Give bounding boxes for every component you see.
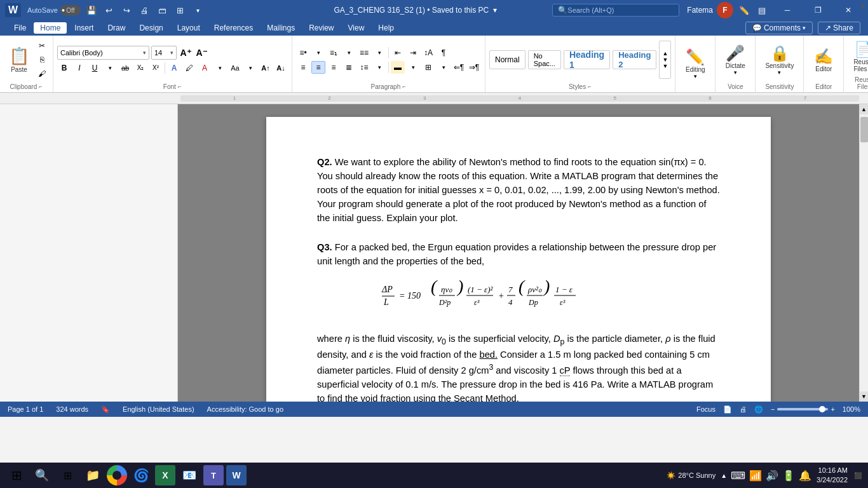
start-button[interactable]: ⊞: [5, 464, 28, 487]
rtl-button[interactable]: ⇐¶: [452, 61, 466, 74]
layout-icon[interactable]: ▤: [755, 3, 769, 17]
style-no-spacing[interactable]: No Spac...: [528, 50, 561, 69]
styles-gallery[interactable]: Normal No Spac... Heading 1 Heading 2 ▲ …: [489, 41, 671, 79]
track-changes-icon[interactable]: 🔖: [101, 405, 110, 414]
strikethrough-button[interactable]: ab: [118, 62, 132, 74]
multilevel-dropdown[interactable]: ▾: [372, 46, 386, 59]
decrease-font-button[interactable]: A⁻: [194, 46, 208, 59]
font-size-dropdown[interactable]: ▾: [170, 50, 173, 56]
minimize-button[interactable]: ─: [773, 0, 802, 20]
vertical-scrollbar[interactable]: ▲ ▼: [859, 104, 868, 402]
view-print-icon[interactable]: 🖨: [740, 405, 747, 413]
battery-icon[interactable]: 🔋: [782, 470, 795, 482]
paragraph-expand[interactable]: ⌐: [402, 83, 406, 90]
weather-widget[interactable]: ☀️ 28°C Sunny: [667, 471, 715, 480]
menu-view[interactable]: View: [342, 22, 371, 34]
document-container[interactable]: Q2. We want to explore the ability of Ne…: [178, 104, 859, 402]
zoom-slider[interactable]: [777, 408, 828, 410]
taskbar-edge[interactable]: 🌀: [130, 464, 153, 487]
subscript-button[interactable]: X₂: [133, 62, 147, 74]
comments-dropdown-icon[interactable]: ▾: [803, 25, 806, 31]
sensitivity-dropdown[interactable]: ▾: [778, 69, 781, 76]
editing-button[interactable]: ✏️ Editing ▾: [679, 46, 711, 82]
more-icon[interactable]: ▾: [191, 3, 205, 17]
menu-draw[interactable]: Draw: [101, 22, 132, 34]
line-spacing-button[interactable]: ↕≡: [357, 61, 371, 74]
notification-center-button[interactable]: ⬛: [853, 464, 863, 487]
sort-button[interactable]: ↕A: [421, 46, 435, 59]
font-color-button[interactable]: A: [198, 62, 212, 74]
menu-review[interactable]: Review: [302, 22, 340, 34]
styles-more[interactable]: ▲ ▼ ▼: [659, 41, 671, 79]
cut-button[interactable]: ✂: [35, 39, 49, 52]
share-pen-icon[interactable]: ✏️: [737, 3, 751, 17]
font-color-dropdown[interactable]: ▾: [213, 62, 227, 74]
chevron-up-icon[interactable]: ▲: [721, 472, 727, 479]
taskbar-excel[interactable]: X: [155, 465, 175, 485]
table-icon[interactable]: ⊞: [173, 3, 187, 17]
zoom-out-button[interactable]: −: [771, 405, 775, 413]
ltr-button[interactable]: ⇒¶: [467, 61, 481, 74]
align-right-button[interactable]: ≡: [327, 61, 341, 74]
format-painter-button[interactable]: 🖌: [35, 67, 49, 80]
taskbar-word[interactable]: W: [226, 465, 247, 485]
shading-dropdown[interactable]: ▾: [406, 61, 420, 74]
scroll-thumb[interactable]: [860, 117, 868, 142]
view-web-icon[interactable]: 🌐: [754, 405, 763, 414]
styles-expand[interactable]: ⌐: [587, 83, 592, 90]
text-shrink-button[interactable]: A↓: [274, 62, 288, 74]
taskbar-file-explorer[interactable]: 📁: [81, 464, 104, 487]
change-case-button[interactable]: Aa: [228, 62, 242, 74]
decrease-indent-button[interactable]: ⇤: [391, 46, 405, 59]
sensitivity-button[interactable]: 🔒 Sensitivity ▾: [759, 42, 799, 78]
increase-indent-button[interactable]: ⇥: [406, 46, 420, 59]
clock[interactable]: 10:16 AM 3/24/2022: [817, 466, 848, 485]
menu-mailings[interactable]: Mailings: [261, 22, 301, 34]
menu-design[interactable]: Design: [133, 22, 169, 34]
ribbon-collapse-button[interactable]: ▲: [860, 1, 867, 9]
editor-button[interactable]: ✍ Editor: [808, 45, 839, 75]
underline-dropdown[interactable]: ▾: [103, 62, 117, 74]
customize-icon[interactable]: 🗃: [156, 3, 170, 17]
style-heading1[interactable]: Heading 1: [564, 50, 610, 69]
taskbar-search[interactable]: 🔍: [31, 464, 53, 487]
autosave-toggle[interactable]: ● Off: [60, 5, 81, 15]
print-icon[interactable]: 🖨: [138, 3, 152, 17]
increase-font-button[interactable]: A⁺: [179, 46, 193, 59]
reuse-files-button[interactable]: 📄 Reuse Files: [848, 38, 868, 75]
text-highlight-button[interactable]: 🖊: [182, 62, 196, 74]
redo-icon[interactable]: ↪: [120, 3, 134, 17]
menu-home[interactable]: Home: [34, 22, 67, 34]
align-center-button[interactable]: ≡: [311, 61, 325, 74]
save-icon[interactable]: 💾: [85, 3, 98, 17]
keyboard-icon[interactable]: ⌨: [731, 470, 745, 482]
style-normal[interactable]: Normal: [489, 50, 526, 69]
shading-button[interactable]: ▬: [391, 61, 405, 74]
user-avatar[interactable]: F: [717, 2, 733, 18]
dictate-button[interactable]: 🎤 Dictate ▾: [719, 42, 751, 78]
bullets-button[interactable]: ≡•: [296, 46, 310, 59]
align-left-button[interactable]: ≡: [296, 61, 310, 74]
dictate-dropdown[interactable]: ▾: [734, 69, 737, 76]
menu-file[interactable]: File: [8, 22, 32, 34]
view-layout-icon[interactable]: 📄: [723, 405, 732, 414]
show-formatting-button[interactable]: ¶: [437, 46, 451, 59]
autosave-control[interactable]: AutoSave ● Off: [27, 5, 81, 15]
menu-references[interactable]: References: [208, 22, 259, 34]
copy-button[interactable]: ⎘: [35, 53, 49, 66]
search-box[interactable]: 🔍: [552, 4, 679, 17]
multilevel-list-button[interactable]: ≡≡: [357, 46, 371, 59]
clipboard-expand[interactable]: ⌐: [38, 83, 43, 90]
underline-button[interactable]: U: [88, 62, 102, 74]
scroll-down-button[interactable]: ▼: [860, 391, 869, 402]
bullets-dropdown[interactable]: ▾: [311, 46, 325, 59]
undo-icon[interactable]: ↩: [102, 3, 116, 17]
text-effects-button[interactable]: A: [167, 62, 181, 74]
taskbar-teams[interactable]: T: [203, 465, 224, 485]
italic-button[interactable]: I: [72, 62, 86, 74]
menu-layout[interactable]: Layout: [171, 22, 207, 34]
numbering-dropdown[interactable]: ▾: [342, 46, 356, 59]
line-spacing-dropdown[interactable]: ▾: [372, 61, 386, 74]
align-justify-button[interactable]: ≣: [342, 61, 356, 74]
superscript-button[interactable]: X²: [149, 62, 163, 74]
